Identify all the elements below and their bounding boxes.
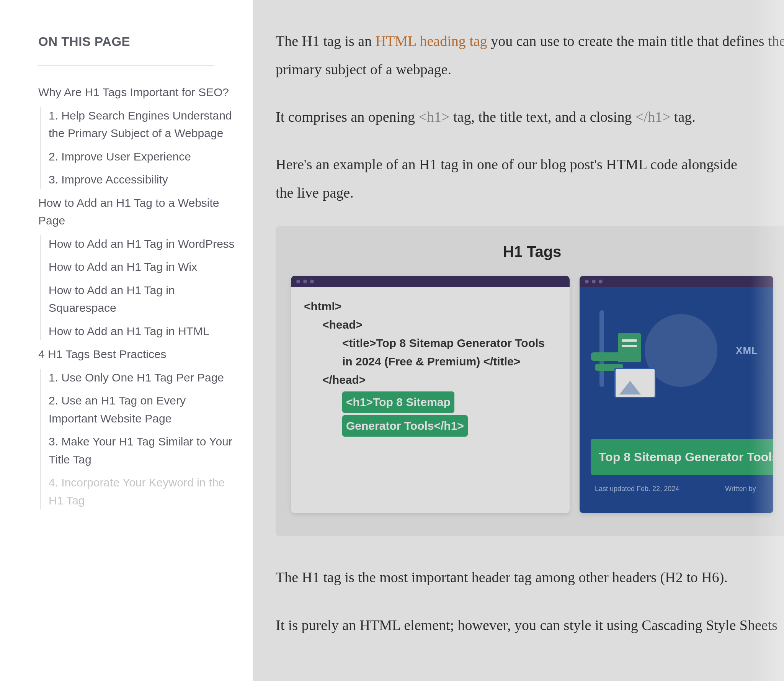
article-body: The H1 tag is an HTML heading tag you ca… xyxy=(276,27,784,639)
text: tag. xyxy=(670,109,695,125)
diagram-title: H1 Tags xyxy=(291,237,773,267)
preview-meta: Last updated Feb. 22, 2024 Written by xyxy=(595,482,679,496)
toc-link-search-engines[interactable]: 1. Help Search Engines Understand the Pr… xyxy=(49,107,237,142)
toc-link-best-practices[interactable]: 4 H1 Tags Best Practices xyxy=(38,345,237,363)
xml-label: XML xyxy=(736,341,758,360)
window-dot-icon xyxy=(592,280,596,283)
image-icon xyxy=(614,368,656,398)
diagram-windows: <html> <head> <title>Top 8 Sitemap Gener… xyxy=(291,276,773,513)
article-main: The H1 tag is an HTML heading tag you ca… xyxy=(253,0,784,681)
code-line: <head> xyxy=(304,316,557,334)
toc-link-ux[interactable]: 2. Improve User Experience xyxy=(49,148,237,166)
toc-subgroup: How to Add an H1 Tag in WordPress How to… xyxy=(40,235,237,340)
window-dot-icon xyxy=(303,280,307,283)
window-titlebar xyxy=(291,276,570,287)
toc-link-every-page[interactable]: 2. Use an H1 Tag on Every Important Webs… xyxy=(49,392,237,427)
window-code: <html> <head> <title>Top 8 Sitemap Gener… xyxy=(291,276,570,513)
toc-heading: ON THIS PAGE xyxy=(38,34,237,49)
paragraph: It is purely an HTML element; however, y… xyxy=(276,611,784,639)
toc-link-why-important[interactable]: Why Are H1 Tags Important for SEO? xyxy=(38,83,237,101)
window-titlebar xyxy=(580,276,773,287)
meta-author: Written by xyxy=(725,482,756,496)
h1-highlight: <h1>Top 8 Sitemap xyxy=(342,391,454,413)
meta-updated: Last updated Feb. 22, 2024 xyxy=(595,485,679,493)
toc-subgroup: 1. Help Search Engines Understand the Pr… xyxy=(40,107,237,189)
code-body: <html> <head> <title>Top 8 Sitemap Gener… xyxy=(291,287,570,450)
code-line: <html> xyxy=(304,297,557,316)
toc-link-how-to-add[interactable]: How to Add an H1 Tag to a Website Page xyxy=(38,194,237,230)
toc-sidebar: ON THIS PAGE Why Are H1 Tags Important f… xyxy=(0,0,253,681)
paragraph: It comprises an opening <h1> tag, the ti… xyxy=(276,103,784,131)
toc-link-similar-title[interactable]: 3. Make Your H1 Tag Similar to Your Titl… xyxy=(49,433,237,468)
link-html-heading-tag[interactable]: HTML heading tag xyxy=(376,33,487,49)
toc-link-one-h1[interactable]: 1. Use Only One H1 Tag Per Page xyxy=(49,369,237,387)
code-literal: </h1> xyxy=(635,109,670,125)
text: you can use to create the main title tha… xyxy=(487,33,784,49)
toc-link-wordpress[interactable]: How to Add an H1 Tag in WordPress xyxy=(49,235,237,253)
preview-body: XML Top 8 Sitemap Generator Tools Last u… xyxy=(580,287,773,513)
text: tag, the title text, and a closing xyxy=(449,109,635,125)
code-literal: <h1> xyxy=(419,109,450,125)
toc-link-squarespace[interactable]: How to Add an H1 Tag in Squarespace xyxy=(49,282,237,317)
divider xyxy=(38,65,214,66)
h1-highlight: Generator Tools</h1> xyxy=(342,415,468,437)
toc-link-html[interactable]: How to Add an H1 Tag in HTML xyxy=(49,322,237,340)
text: It comprises an opening xyxy=(276,109,419,125)
toc-subgroup: 1. Use Only One H1 Tag Per Page 2. Use a… xyxy=(40,369,237,510)
window-preview: XML Top 8 Sitemap Generator Tools Last u… xyxy=(580,276,773,513)
text: The H1 tag is an xyxy=(276,33,376,49)
text: Here's an example of an H1 tag in one of… xyxy=(276,156,737,172)
decor-bar-icon xyxy=(591,352,626,361)
window-dot-icon xyxy=(310,280,314,283)
window-dot-icon xyxy=(296,280,300,283)
toc-link-keyword[interactable]: 4. Incorporate Your Keyword in the H1 Ta… xyxy=(49,474,237,509)
text: primary subject of a webpage. xyxy=(276,61,451,77)
toc-link-accessibility[interactable]: 3. Improve Accessibility xyxy=(49,171,237,189)
toc-link-wix[interactable]: How to Add an H1 Tag in Wix xyxy=(49,258,237,276)
paragraph: The H1 tag is an HTML heading tag you ca… xyxy=(276,27,784,83)
text: the live page. xyxy=(276,185,354,201)
window-dot-icon xyxy=(599,280,603,283)
window-dot-icon xyxy=(585,280,589,283)
decor-line-icon xyxy=(599,310,604,387)
paragraph: The H1 tag is the most important header … xyxy=(276,563,784,591)
toc-nav: Why Are H1 Tags Important for SEO? 1. He… xyxy=(38,83,237,509)
code-line: <title>Top 8 Sitemap Generator Tools in … xyxy=(304,334,557,371)
code-line-highlight: <h1>Top 8 Sitemap Generator Tools</h1> xyxy=(304,389,557,437)
preview-h1-title: Top 8 Sitemap Generator Tools xyxy=(591,439,773,475)
code-line: </head> xyxy=(304,371,557,389)
diagram-h1-tags: H1 Tags <html> <head> <title>Top 8 Sitem… xyxy=(276,226,784,536)
paragraph: Here's an example of an H1 tag in one of… xyxy=(276,150,784,207)
